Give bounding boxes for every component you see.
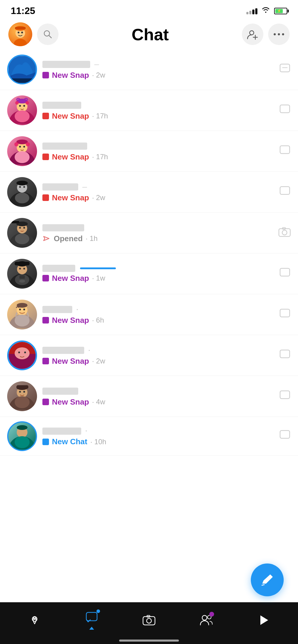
snap-label: New Snap bbox=[52, 71, 89, 80]
snap-label: New Snap bbox=[52, 357, 89, 366]
chat-item[interactable]: Opened · 1h bbox=[0, 213, 298, 253]
nav-item-chat[interactable] bbox=[85, 611, 98, 630]
avatar-wrap bbox=[7, 218, 37, 248]
chat-item[interactable]: · New Chat · 10h bbox=[0, 417, 298, 456]
svg-point-44 bbox=[15, 233, 29, 244]
nav-item-camera[interactable] bbox=[142, 614, 156, 627]
page-title: Chat bbox=[59, 25, 242, 44]
chat-name bbox=[42, 100, 168, 110]
chat-action-icon bbox=[279, 429, 291, 443]
chat-info: · New Chat · 10h bbox=[42, 426, 274, 446]
svg-rect-57 bbox=[15, 262, 30, 265]
svg-point-86 bbox=[15, 436, 30, 448]
svg-rect-48 bbox=[12, 221, 19, 223]
avatar bbox=[7, 55, 37, 84]
chat-action-icon bbox=[279, 389, 291, 404]
chat-info: New Snap · 17h bbox=[42, 100, 274, 121]
avatar bbox=[7, 340, 37, 370]
snap-label: New Snap bbox=[52, 152, 89, 162]
avatar bbox=[7, 177, 37, 207]
avatar-wrap bbox=[7, 340, 37, 370]
avatar bbox=[7, 381, 37, 411]
chat-action-icon bbox=[278, 226, 291, 239]
svg-point-3 bbox=[21, 32, 23, 33]
svg-point-68 bbox=[23, 309, 25, 310]
svg-rect-5 bbox=[15, 27, 26, 29]
chat-info: New Snap · 17h bbox=[42, 141, 274, 162]
chat-sub: New Snap · 4w bbox=[42, 397, 274, 407]
chat-info: ─ New Snap · 2w bbox=[42, 182, 274, 202]
svg-point-1 bbox=[14, 39, 27, 46]
chat-sub: New Snap · 6h bbox=[42, 316, 274, 325]
nav-item-map[interactable] bbox=[28, 614, 41, 627]
svg-point-29 bbox=[19, 146, 21, 148]
svg-point-58 bbox=[19, 268, 21, 270]
avatar bbox=[7, 300, 37, 329]
header: Chat bbox=[0, 19, 298, 49]
header-left bbox=[8, 22, 59, 46]
chat-action-icon bbox=[279, 103, 291, 118]
svg-point-28 bbox=[15, 151, 30, 163]
svg-point-91 bbox=[34, 618, 36, 620]
chat-action-icon bbox=[279, 62, 291, 77]
svg-rect-88 bbox=[280, 431, 290, 438]
add-friend-button[interactable] bbox=[242, 24, 263, 45]
chat-item[interactable]: ─ New Snap · 2w bbox=[0, 172, 298, 213]
svg-line-7 bbox=[49, 35, 51, 38]
svg-rect-62 bbox=[280, 268, 290, 276]
svg-rect-93 bbox=[143, 617, 155, 625]
chat-action-icon bbox=[279, 267, 291, 281]
svg-point-87 bbox=[17, 425, 27, 430]
chat-item[interactable]: New Snap · 17h bbox=[0, 131, 298, 172]
svg-point-96 bbox=[202, 615, 207, 620]
snap-time: · 1h bbox=[86, 234, 98, 243]
chat-sub: New Chat · 10h bbox=[42, 437, 274, 446]
svg-rect-75 bbox=[280, 350, 290, 358]
snap-dot-purple bbox=[42, 72, 49, 78]
svg-point-11 bbox=[274, 33, 276, 35]
compose-button[interactable] bbox=[251, 564, 284, 596]
chat-notification-dot bbox=[96, 609, 100, 613]
svg-line-89 bbox=[262, 585, 264, 585]
chat-sub: New Snap · 2w bbox=[42, 71, 274, 80]
svg-point-20 bbox=[19, 105, 21, 107]
svg-point-80 bbox=[19, 391, 21, 393]
svg-point-74 bbox=[24, 352, 26, 353]
svg-point-65 bbox=[15, 315, 30, 326]
chat-item[interactable]: · New Snap · 6h bbox=[0, 294, 298, 335]
snap-dot-purple bbox=[42, 275, 49, 281]
nav-item-discover[interactable] bbox=[257, 614, 270, 627]
avatar-wrap bbox=[7, 421, 37, 451]
chat-item[interactable]: New Snap · 17h bbox=[0, 90, 298, 131]
snap-label: New Snap bbox=[52, 112, 89, 121]
snap-time: · 2w bbox=[92, 71, 105, 79]
svg-point-38 bbox=[16, 181, 28, 185]
svg-point-81 bbox=[23, 391, 25, 393]
chat-item[interactable]: · New Snap · 2w bbox=[0, 335, 298, 376]
search-button[interactable] bbox=[37, 24, 59, 45]
nav-item-friends[interactable] bbox=[200, 613, 213, 627]
chat-action-icon bbox=[279, 185, 291, 199]
svg-rect-69 bbox=[280, 309, 290, 317]
svg-point-60 bbox=[19, 280, 25, 283]
snap-dot-red bbox=[42, 113, 49, 119]
chat-name: · bbox=[42, 426, 168, 435]
more-options-button[interactable] bbox=[268, 24, 290, 45]
svg-point-59 bbox=[23, 268, 25, 270]
snap-dot-purple bbox=[42, 317, 49, 323]
svg-point-12 bbox=[278, 33, 280, 35]
user-avatar[interactable] bbox=[8, 22, 32, 46]
chat-item[interactable]: New Snap · 1w bbox=[0, 253, 298, 294]
chat-item[interactable]: ─ New Snap · 2w bbox=[0, 49, 298, 90]
snap-time: · 6h bbox=[92, 316, 104, 324]
chat-item[interactable]: New Snap · 4w bbox=[0, 376, 298, 417]
snap-time: · 10h bbox=[90, 438, 106, 446]
snap-label: New Snap bbox=[52, 397, 89, 407]
chat-name bbox=[42, 386, 168, 396]
snap-dot-red bbox=[42, 154, 49, 160]
svg-point-8 bbox=[250, 31, 254, 35]
svg-point-32 bbox=[14, 142, 19, 146]
signal-icon bbox=[246, 8, 257, 14]
chat-name bbox=[42, 141, 168, 151]
chat-sub: New Snap · 17h bbox=[42, 152, 274, 162]
